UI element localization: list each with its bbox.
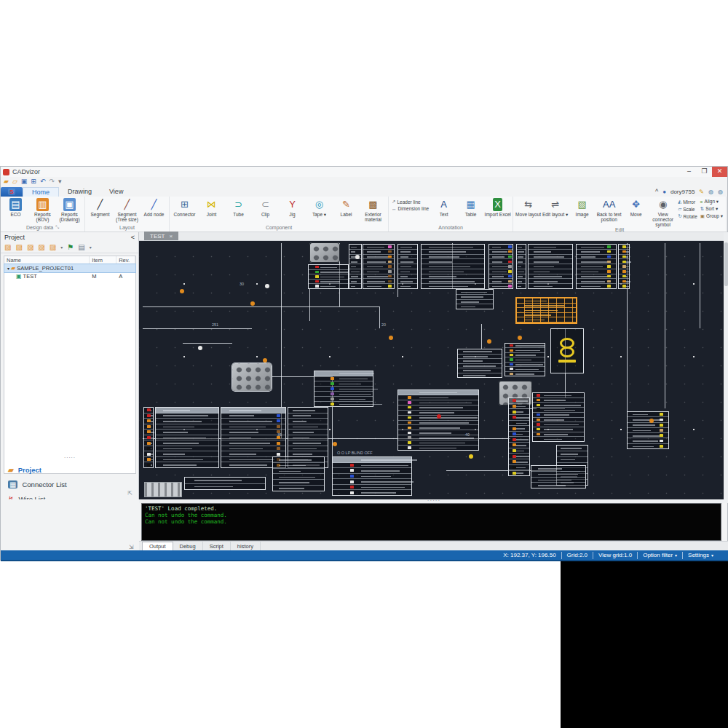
status-option-filter[interactable]: Option filter▾ — [638, 552, 683, 559]
ribbon-button-reports-bov-[interactable]: ▥Reports (BOV) — [29, 197, 56, 222]
drawing-preview-image[interactable] — [144, 482, 182, 497]
ribbon-button-import-excel[interactable]: XImport Excel — [484, 197, 511, 217]
qat-redo-button[interactable]: ↷ — [49, 178, 55, 186]
ribbon-button-text[interactable]: AText — [430, 197, 457, 217]
qat-more-button[interactable]: ▾ — [58, 178, 62, 186]
minimize-button[interactable]: – — [681, 167, 697, 177]
connector-photo[interactable] — [232, 363, 272, 391]
gutter-expand-icon[interactable]: ⇲ — [129, 544, 134, 550]
pin-table[interactable] — [618, 244, 630, 289]
pin-table[interactable] — [505, 343, 545, 376]
dropdown-caret-icon[interactable]: ▾ — [60, 245, 63, 250]
ribbon-button-eco[interactable]: ▤ECO — [2, 197, 29, 217]
dropdown-caret-icon[interactable]: ▾ — [90, 245, 92, 250]
ribbon-button-connector[interactable]: ⊞Connector — [171, 197, 198, 217]
ribbon-button-joint[interactable]: ⋈Joint — [198, 197, 225, 217]
pin-table[interactable] — [627, 411, 669, 449]
pin-table[interactable] — [508, 397, 530, 476]
panel-tool-print[interactable]: ▤ — [78, 243, 84, 252]
pin-table[interactable] — [184, 477, 266, 490]
qat-undo-button[interactable]: ↶ — [40, 178, 46, 186]
ribbon-button-segment-tree-size-[interactable]: ╱Segment (Tree size) — [114, 197, 141, 222]
ribbon-button-rotate[interactable]: ↻Rotate — [678, 213, 697, 219]
ribbon-collapse-button[interactable]: ^ — [655, 188, 658, 195]
qat-open-project-button[interactable]: ▱ — [12, 178, 17, 186]
status-settings[interactable]: Settings▾ — [683, 552, 719, 559]
ribbon-button-leader-line[interactable]: ↗Leader line — [392, 199, 429, 205]
pin-table[interactable] — [308, 264, 349, 289]
console-tab-debug[interactable]: Debug — [173, 542, 203, 550]
pin-table[interactable] — [456, 289, 494, 309]
dialog-launcher-icon[interactable]: ⤡ — [55, 225, 59, 230]
qat-save-all-button[interactable]: ⊞ — [31, 178, 36, 186]
panel-collapse-icon[interactable]: < — [131, 234, 135, 241]
grommet-part-symbol[interactable] — [550, 328, 584, 373]
tab-close-icon[interactable]: × — [169, 233, 173, 240]
panel-corner-icon[interactable]: ⇱ — [127, 490, 132, 496]
sidebar-item-project[interactable]: ▰Project — [1, 462, 139, 477]
pin-table[interactable] — [528, 244, 573, 289]
ribbon-button-segment[interactable]: ╱Segment — [87, 197, 114, 217]
pin-table[interactable] — [397, 389, 479, 451]
qat-new-project-button[interactable]: ▰ — [4, 178, 9, 186]
ribbon-tab-home[interactable]: Home — [23, 187, 59, 197]
pin-table[interactable] — [488, 244, 513, 289]
ribbon-button-sort[interactable]: ⇅Sort ▾ — [700, 206, 723, 212]
ribbon-tab-view[interactable]: View — [100, 187, 132, 197]
ribbon-button-mirror[interactable]: ◭Mirror — [678, 199, 697, 205]
pin-table[interactable] — [143, 407, 154, 468]
pin-table[interactable] — [576, 244, 617, 289]
ribbon-tab-drawing[interactable]: Drawing — [59, 187, 100, 197]
pin-table[interactable] — [421, 244, 485, 289]
ribbon-button-table[interactable]: ▦Table — [457, 197, 484, 217]
vertical-scrollbar[interactable] — [724, 232, 728, 499]
tree-row-sample_project01[interactable]: ▾▰SAMPLE_PROJECT01 — [4, 264, 135, 272]
panel-tool-project-sync[interactable]: ▨ — [27, 243, 33, 252]
ribbon-button-label[interactable]: ✎Label — [333, 197, 360, 217]
ribbon-button-jig[interactable]: YJig — [279, 197, 306, 217]
pin-table[interactable] — [272, 456, 325, 491]
selected-pin-table[interactable] — [515, 297, 577, 324]
pin-table[interactable] — [457, 349, 502, 378]
panel-splitter[interactable]: ..... — [1, 454, 139, 460]
ribbon-button-scale[interactable]: ▱Scale — [678, 206, 697, 212]
ribbon-button-back-to-text-position[interactable]: AABack to text position — [596, 197, 622, 222]
pin-table[interactable] — [531, 465, 586, 488]
sidebar-item-connector-list[interactable]: ▦Connector List — [1, 477, 139, 491]
panel-tool-project-open[interactable]: ▨ — [15, 243, 22, 252]
ribbon-button-exterior-material[interactable]: ▩Exterior material — [360, 197, 387, 222]
ribbon-button-clip[interactable]: ⊂Clip — [252, 197, 279, 217]
qat-save-button[interactable]: ▣ — [21, 178, 28, 186]
pin-table[interactable] — [332, 456, 412, 496]
restore-button[interactable]: ❐ — [697, 167, 712, 177]
panel-tool-project-import[interactable]: ▨ — [38, 243, 44, 252]
schematic-canvas[interactable]: 25130204035O O LP BLIND OFF — [139, 241, 724, 499]
ribbon-button-align[interactable]: ≡Align ▾ — [700, 199, 723, 205]
pin-table[interactable] — [516, 244, 526, 289]
pin-table[interactable] — [349, 244, 362, 289]
console-tab-output[interactable]: Output — [142, 542, 173, 550]
pin-table[interactable] — [363, 244, 395, 289]
tree-column-item[interactable]: Item — [90, 256, 116, 264]
ribbon-button-view-connector-symbol[interactable]: ◉View connector symbol — [649, 197, 676, 227]
ribbon-button-dimension-line[interactable]: ↔Dimension line — [392, 206, 429, 211]
ribbon-button-tape[interactable]: ◎Tape ▾ — [306, 197, 333, 217]
document-tab-test[interactable]: TEST × — [144, 232, 178, 240]
pin-table[interactable] — [397, 244, 418, 289]
console-tab-script[interactable]: Script — [203, 542, 231, 550]
close-button[interactable]: ✕ — [712, 167, 727, 177]
panel-tool-project-export[interactable]: ▨ — [50, 243, 56, 252]
ribbon-button-add-node[interactable]: ╱Add node — [141, 197, 167, 217]
pin-table[interactable] — [532, 392, 585, 442]
pin-table[interactable] — [155, 407, 219, 468]
panel-tool-flag[interactable]: ⚑ — [67, 243, 74, 252]
ribbon-button-group[interactable]: ▣Group ▾ — [700, 213, 723, 219]
pin-table[interactable] — [314, 371, 373, 407]
panel-tool-project-new[interactable]: ▨ — [4, 243, 11, 252]
connector-photo[interactable] — [309, 242, 340, 263]
console-tab-history[interactable]: history — [231, 542, 261, 550]
ribbon-button-tube[interactable]: ⊃Tube — [225, 197, 252, 217]
ribbon-button-move-layout[interactable]: ⇆Move layout — [515, 197, 542, 217]
expand-arrow-icon[interactable]: ▾ — [7, 266, 9, 271]
ribbon-button-image[interactable]: ▧Image — [569, 197, 596, 217]
